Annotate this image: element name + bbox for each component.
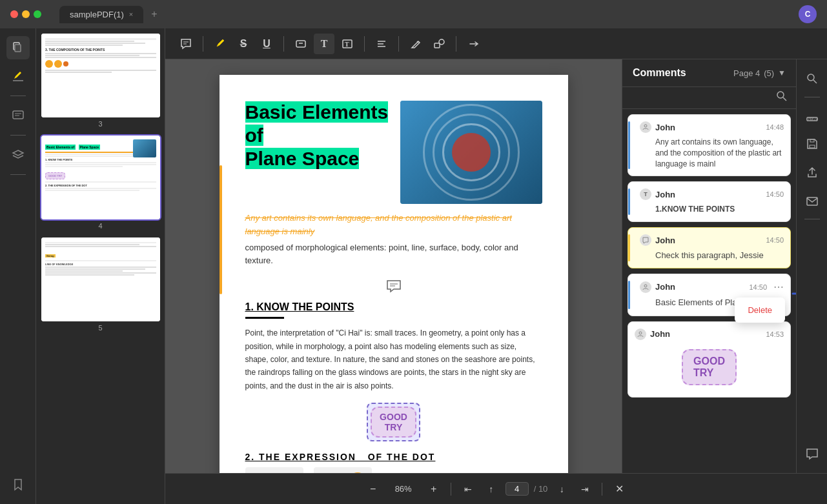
- thumbnail-page-4[interactable]: Basic Elements of Plane Space 1. KNOW TH…: [41, 136, 159, 230]
- pdf-left-accent-bar: [220, 165, 222, 294]
- comment-4-time: 14:50: [749, 283, 767, 291]
- avatar[interactable]: C: [799, 5, 817, 23]
- comment-3-time: 14:50: [766, 236, 784, 244]
- delete-popup: Delete: [735, 297, 785, 323]
- main-area: S U T T: [165, 28, 827, 504]
- tab-title: samplePDF(1): [70, 10, 124, 19]
- comment-3-avatar: [640, 234, 651, 246]
- comment-1-author: John: [655, 123, 675, 132]
- tab-close-button[interactable]: ×: [129, 10, 133, 18]
- svg-point-24: [639, 332, 642, 334]
- tab-samplepdf[interactable]: samplePDF(1) ×: [59, 6, 143, 23]
- prev-page-button[interactable]: ↑: [482, 480, 500, 498]
- comment-item-3: John 14:50 Check this paragraph, Jessie: [628, 227, 791, 268]
- comment-item-5: John 14:53 GOODTRY: [628, 321, 791, 398]
- comment-2-text: 1.KNOW THE POINTS: [640, 204, 784, 215]
- comments-list: John 14:48 Any art contains its own lang…: [622, 109, 796, 473]
- page-total-label: / 10: [534, 484, 548, 494]
- last-page-button[interactable]: ⇥: [576, 480, 594, 498]
- svg-rect-16: [434, 43, 440, 48]
- text-box-tool-button[interactable]: [291, 34, 311, 54]
- next-page-button[interactable]: ↓: [553, 480, 571, 498]
- svg-point-23: [644, 285, 647, 287]
- more-tools-button[interactable]: [463, 34, 484, 54]
- sidebar-item-bookmark[interactable]: [6, 473, 30, 496]
- right-chat-button[interactable]: [801, 442, 824, 465]
- right-share-button[interactable]: [801, 161, 824, 184]
- highlight-tool-button[interactable]: [210, 34, 230, 54]
- zoom-out-button[interactable]: −: [364, 480, 382, 498]
- comment-4-accent: [628, 281, 630, 308]
- right-separator-2: [804, 219, 820, 219]
- right-icons-panel: PDF/A: [796, 59, 827, 473]
- comment-3-header: John 14:50: [640, 234, 784, 246]
- svg-text:PDF/A: PDF/A: [808, 117, 818, 121]
- svg-text:T: T: [345, 41, 349, 48]
- sidebar-item-highlight[interactable]: [6, 65, 30, 88]
- comments-expand-button[interactable]: ▼: [778, 68, 786, 77]
- maximize-window-button[interactable]: [34, 10, 41, 18]
- right-search-button[interactable]: [801, 67, 824, 90]
- thumbnail-page-3-label: 3: [41, 120, 159, 128]
- comment-3-accent: [628, 234, 630, 261]
- zoom-level: 86%: [387, 484, 420, 494]
- bottom-toolbar: − 86% + ⇤ ↑ / 10 ↓ ⇥ ✕: [165, 473, 827, 504]
- comments-count: (5): [764, 68, 774, 78]
- sidebar-item-pages[interactable]: [6, 36, 30, 59]
- shapes-tool-button[interactable]: [429, 34, 449, 54]
- comment-tool-button[interactable]: [176, 34, 196, 54]
- pdf-viewer[interactable]: Basic Elements ofPlane Space Any art con…: [165, 59, 622, 473]
- comments-search-button[interactable]: [775, 90, 788, 106]
- minimize-window-button[interactable]: [22, 10, 30, 18]
- sidebar-separator-1: [10, 96, 26, 96]
- pen-tool-button[interactable]: [405, 34, 426, 54]
- text-tool-button[interactable]: T: [314, 34, 334, 54]
- nav-separator-2: [602, 483, 602, 496]
- svg-rect-31: [807, 197, 817, 205]
- sidebar-item-layers[interactable]: [6, 143, 30, 166]
- sidebar-separator-3: [10, 174, 26, 175]
- comment-1-time: 14:48: [766, 123, 784, 131]
- toolbar-separator-3: [364, 36, 365, 52]
- good-try-sticker-selected[interactable]: GOODTRY: [367, 403, 420, 441]
- comment-item-2: T John 14:50 1.KNOW THE POINTS: [628, 181, 791, 222]
- thumbnail-page-3[interactable]: 3. THE COMPOSITION OF THE POINTS: [41, 34, 159, 128]
- page-number-input[interactable]: [505, 482, 529, 496]
- toolbar-separator-2: [283, 36, 284, 52]
- delete-button[interactable]: Delete: [735, 300, 785, 320]
- right-mail-button[interactable]: [801, 189, 824, 212]
- close-window-button[interactable]: [10, 10, 18, 18]
- comment-1-header: John 14:48: [640, 121, 784, 133]
- thumbnail-page-5[interactable]: String LINE OF KNOWLEDGE 5: [41, 237, 159, 332]
- comment-bubble-icon: [386, 278, 402, 294]
- strikethrough-tool-button[interactable]: S: [233, 34, 254, 54]
- right-save-button[interactable]: [801, 132, 824, 156]
- underline-tool-button[interactable]: U: [256, 34, 277, 54]
- pdf-section1-title: 1. KNOW THE POINTS: [245, 301, 542, 313]
- new-tab-button[interactable]: +: [151, 8, 157, 20]
- comment-4-more-button[interactable]: ⋯: [773, 281, 784, 293]
- first-page-button[interactable]: ⇤: [459, 480, 477, 498]
- comment-5-sticker: GOODTRY: [635, 344, 784, 390]
- good-try-sticker: GOODTRY: [371, 407, 416, 438]
- titlebar: samplePDF(1) × + C: [0, 0, 827, 28]
- text-align-tool-button[interactable]: [371, 34, 392, 54]
- arrow-indicator: [790, 282, 796, 308]
- toolbar-separator-4: [398, 36, 399, 52]
- pdf-section1-divider: [245, 317, 284, 319]
- zoom-in-button[interactable]: +: [425, 480, 443, 498]
- good-try-sticker-comment: GOODTRY: [682, 349, 737, 385]
- right-download-pdf-button[interactable]: PDF/A: [801, 104, 824, 127]
- comments-header: Comments Page 4 (5) ▼: [622, 59, 796, 87]
- close-nav-button[interactable]: ✕: [610, 480, 628, 498]
- app-body: 3. THE COMPOSITION OF THE POINTS: [0, 28, 827, 504]
- svg-line-21: [783, 97, 786, 101]
- comment-2-avatar: T: [640, 188, 651, 200]
- sidebar-item-annotation[interactable]: [6, 104, 30, 127]
- svg-rect-29: [810, 145, 815, 148]
- text-fill-tool-button[interactable]: T: [337, 34, 358, 54]
- comment-4-header: John 14:50 ⋯: [640, 281, 784, 293]
- comment-3-author: John: [655, 236, 675, 245]
- thumbnail-panel[interactable]: 3. THE COMPOSITION OF THE POINTS: [36, 28, 165, 504]
- toolbar-separator-1: [203, 36, 203, 52]
